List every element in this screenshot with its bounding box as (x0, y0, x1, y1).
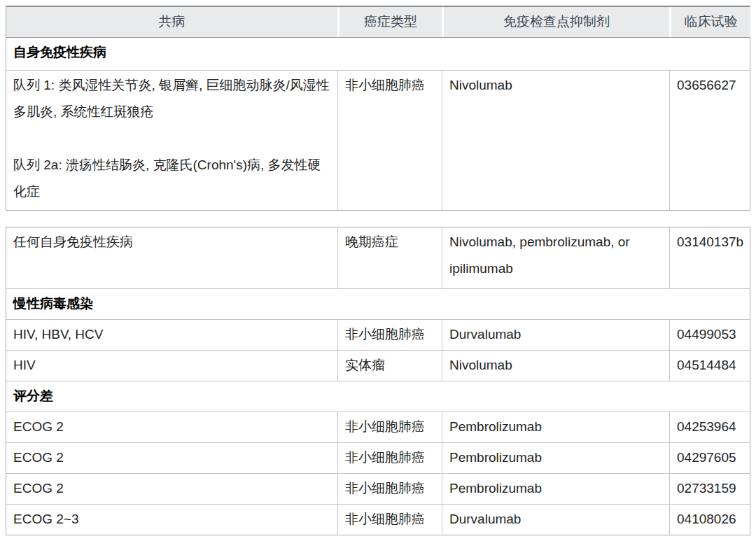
table-row: ECOG 2非小细胞肺癌Pembrolizumab02733159 (6, 473, 750, 504)
cancer-type-cell: 非小细胞肺癌 (337, 412, 442, 442)
comorbidity-cell: ECOG 2~3 (6, 505, 337, 535)
trial-id-cell: 04108026 (669, 505, 750, 535)
comorbidity-trials-table-page: 共病 癌症类型 免疫检查点抑制剂 临床试验 自身免疫性疾病队列 1: 类风湿性关… (0, 0, 756, 541)
header-immune-checkpoint-inhibitor: 免疫检查点抑制剂 (442, 7, 669, 37)
inhibitor-cell: Pembrolizumab (442, 412, 669, 442)
comorbidity-line: 队列 2a: 溃疡性结肠炎, 克隆氏(Crohn's)病, 多发性硬化症 (13, 152, 330, 205)
table-header-row: 共病 癌症类型 免疫检查点抑制剂 临床试验 (6, 7, 750, 38)
table-row: HIV, HBV, HCV非小细胞肺癌Durvalumab04499053 (6, 319, 750, 350)
comorbidity-cell: HIV, HBV, HCV (6, 320, 337, 350)
comorbidity-line: HIV (13, 352, 330, 379)
comorbidity-line: ECOG 2 (13, 414, 330, 440)
comorbidity-line: HIV, HBV, HCV (13, 321, 330, 348)
inhibitor-cell: Pembrolizumab (442, 474, 669, 504)
inhibitor-cell: Nivolumab (442, 351, 669, 381)
header-comorbidity: 共病 (6, 7, 337, 37)
trial-id-cell: 03140137b (669, 227, 750, 288)
trial-id-cell: 03656627 (669, 71, 750, 210)
inhibitor-cell: Durvalumab (442, 320, 669, 350)
comorbidity-line (13, 125, 330, 152)
comorbidity-cell: ECOG 2 (6, 443, 337, 473)
comorbidity-line: 队列 1: 类风湿性关节炎, 银屑癣, 巨细胞动脉炎/风湿性多肌炎, 系统性红斑… (13, 72, 330, 125)
trial-id-cell: 04514484 (669, 351, 750, 381)
cancer-type-cell: 非小细胞肺癌 (337, 505, 442, 535)
comorbidity-table-lower-block: 任何自身免疫性疾病晚期癌症Nivolumab, pembrolizumab, o… (6, 227, 750, 535)
comorbidity-cell: 队列 1: 类风湿性关节炎, 银屑癣, 巨细胞动脉炎/风湿性多肌炎, 系统性红斑… (6, 71, 337, 210)
comorbidity-cell: ECOG 2 (6, 412, 337, 442)
cancer-type-cell: 非小细胞肺癌 (337, 474, 442, 504)
table-row: ECOG 2~3非小细胞肺癌Durvalumab04108026 (6, 504, 750, 535)
inhibitor-cell: Pembrolizumab (442, 443, 669, 473)
table-row: ECOG 2非小细胞肺癌Pembrolizumab04253964 (6, 412, 750, 442)
section-row: 慢性病毒感染 (6, 288, 750, 319)
table-block-gap (6, 211, 750, 227)
comorbidity-table-upper-block: 共病 癌症类型 免疫检查点抑制剂 临床试验 自身免疫性疾病队列 1: 类风湿性关… (6, 6, 750, 211)
inhibitor-cell: Nivolumab (442, 71, 669, 210)
trial-id-cell: 04253964 (669, 412, 750, 442)
table-row: ECOG 2非小细胞肺癌Pembrolizumab04297605 (6, 442, 750, 473)
comorbidity-line: 任何自身免疫性疾病 (13, 229, 330, 255)
section-row: 评分差 (6, 381, 750, 412)
cancer-type-cell: 晚期癌症 (337, 227, 442, 288)
comorbidity-cell: ECOG 2 (6, 474, 337, 504)
header-cancer-type: 癌症类型 (337, 7, 442, 37)
cancer-type-cell: 实体瘤 (337, 351, 442, 381)
table-row: 队列 1: 类风湿性关节炎, 银屑癣, 巨细胞动脉炎/风湿性多肌炎, 系统性红斑… (6, 70, 750, 210)
cancer-type-cell: 非小细胞肺癌 (337, 320, 442, 350)
section-label: 慢性病毒感染 (6, 289, 751, 319)
trial-id-cell: 04499053 (669, 320, 750, 350)
table-row: HIV实体瘤Nivolumab04514484 (6, 350, 750, 381)
comorbidity-cell: HIV (6, 351, 337, 381)
comorbidity-line: ECOG 2 (13, 444, 330, 471)
comorbidity-line: ECOG 2~3 (13, 506, 330, 533)
header-clinical-trial: 临床试验 (669, 7, 750, 37)
section-label: 自身免疫性疾病 (6, 38, 751, 70)
trial-id-cell: 02733159 (669, 474, 750, 504)
comorbidity-cell: 任何自身免疫性疾病 (6, 227, 337, 288)
comorbidity-line: ECOG 2 (13, 475, 330, 502)
cancer-type-cell: 非小细胞肺癌 (337, 443, 442, 473)
trial-id-cell: 04297605 (669, 443, 750, 473)
inhibitor-cell: Durvalumab (442, 505, 669, 535)
table-row: 任何自身免疫性疾病晚期癌症Nivolumab, pembrolizumab, o… (6, 227, 750, 288)
inhibitor-cell: Nivolumab, pembrolizumab, or ipilimumab (442, 227, 669, 288)
cancer-type-cell: 非小细胞肺癌 (337, 71, 442, 210)
section-label: 评分差 (6, 381, 751, 412)
section-row: 自身免疫性疾病 (6, 38, 750, 70)
